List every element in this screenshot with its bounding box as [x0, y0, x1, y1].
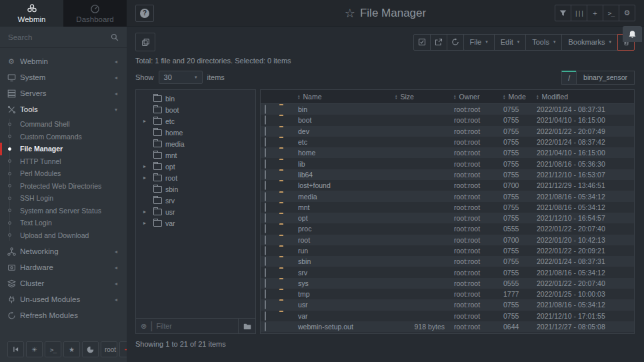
- expand-arrow-icon[interactable]: ▸: [143, 118, 146, 124]
- tree-item-media[interactable]: media: [136, 138, 255, 149]
- sidebar-category-un-used-modules[interactable]: Un-used Modules ◂: [0, 291, 127, 307]
- sidebar-item-http-tunnel[interactable]: HTTP Tunnel: [0, 155, 127, 168]
- expand-arrow-icon[interactable]: ▸: [143, 163, 146, 169]
- cell-name[interactable]: bin: [298, 105, 395, 113]
- expand-arrow-icon[interactable]: ▸: [143, 209, 146, 215]
- cell-name[interactable]: mnt: [298, 203, 395, 211]
- theme-brightness-button[interactable]: ☀: [26, 341, 43, 357]
- row-checkbox[interactable]: [265, 148, 266, 157]
- sidebar-category-tools[interactable]: Tools ▾: [0, 101, 127, 117]
- tree-item-opt[interactable]: ▸ opt: [136, 161, 255, 172]
- favorite-star-icon[interactable]: ☆: [345, 6, 355, 21]
- row-checkbox[interactable]: [265, 311, 266, 321]
- cell-name[interactable]: tmp: [298, 290, 395, 298]
- tree-item-root[interactable]: ▸ root: [136, 172, 255, 183]
- column-header-mode[interactable]: ▴▾ Mode: [503, 93, 537, 101]
- expand-arrow-icon[interactable]: ▸: [143, 175, 146, 181]
- table-row-home[interactable]: home root:root 0755 2021/04/10 - 16:15:0…: [261, 147, 634, 158]
- filter-button[interactable]: [555, 5, 571, 21]
- collapse-sidebar-button[interactable]: [7, 341, 24, 357]
- select-all-button[interactable]: [413, 34, 431, 51]
- cell-name[interactable]: sbin: [298, 257, 395, 265]
- sidebar-item-text-login[interactable]: Text Login: [0, 217, 127, 229]
- row-checkbox[interactable]: [265, 159, 266, 169]
- export-button[interactable]: [430, 34, 447, 51]
- help-button[interactable]: ?: [135, 5, 154, 22]
- table-row-srv[interactable]: srv root:root 0755 2021/08/16 - 05:34:12: [261, 267, 634, 277]
- row-checkbox[interactable]: [265, 268, 266, 277]
- cell-name[interactable]: etc: [298, 138, 395, 146]
- sidebar-category-servers[interactable]: Servers ◂: [0, 85, 127, 101]
- table-row-lib[interactable]: lib root:root 0755 2021/08/16 - 05:36:30: [261, 158, 634, 169]
- cell-name[interactable]: home: [298, 149, 395, 157]
- table-row-root[interactable]: root root:root 0700 2022/01/20 - 10:42:1…: [261, 235, 634, 245]
- row-checkbox[interactable]: [265, 192, 266, 201]
- sidebar-item-custom-commands[interactable]: Custom Commands: [0, 131, 127, 143]
- cell-name[interactable]: opt: [298, 214, 395, 222]
- tree-folder-button[interactable]: [238, 319, 255, 333]
- menu-bookmarks-button[interactable]: Bookmarks▾: [561, 34, 618, 51]
- tree-item-bin[interactable]: bin: [136, 93, 255, 104]
- paste-buffer-button[interactable]: [135, 33, 155, 51]
- row-checkbox[interactable]: [265, 127, 266, 136]
- tree-item-home[interactable]: home: [136, 127, 255, 138]
- cell-name[interactable]: webmin-setup.out: [298, 323, 395, 331]
- cell-name[interactable]: lost+found: [298, 181, 395, 189]
- shell-button[interactable]: >_: [45, 341, 61, 357]
- table-row-sbin[interactable]: sbin root:root 0755 2022/01/24 - 08:37:3…: [261, 256, 634, 267]
- expand-arrow-icon[interactable]: ▸: [143, 220, 146, 226]
- menu-file-button[interactable]: File▾: [463, 34, 495, 51]
- table-row-proc[interactable]: proc root:root 0555 2022/01/22 - 20:07:4…: [261, 223, 634, 234]
- row-checkbox[interactable]: [265, 289, 266, 299]
- tree-item-mnt[interactable]: mnt: [136, 149, 255, 161]
- tree-item-usr[interactable]: ▸ usr: [136, 206, 255, 217]
- cell-name[interactable]: var: [298, 312, 395, 320]
- cell-name[interactable]: lib64: [298, 171, 395, 179]
- row-checkbox[interactable]: [265, 203, 266, 212]
- column-header-owner[interactable]: ▴▾ Owner: [454, 93, 503, 101]
- row-checkbox[interactable]: [265, 181, 266, 190]
- cell-name[interactable]: media: [298, 193, 395, 201]
- cell-name[interactable]: usr: [298, 301, 395, 309]
- tree-filter-input[interactable]: [156, 322, 238, 330]
- table-row-usr[interactable]: usr root:root 0755 2021/08/16 - 05:34:12: [261, 299, 634, 310]
- sidebar-category-webmin[interactable]: ⚙ Webmin ◂: [0, 53, 127, 69]
- row-checkbox[interactable]: [265, 246, 266, 255]
- cell-name[interactable]: sys: [298, 279, 395, 287]
- sidebar-item-protected-web-directories[interactable]: Protected Web Directories: [0, 180, 127, 193]
- tree-item-etc[interactable]: ▸ etc: [136, 115, 255, 127]
- sidebar-category-cluster[interactable]: Cluster ◂: [0, 275, 127, 291]
- cell-name[interactable]: lib: [298, 160, 395, 168]
- breadcrumb-current[interactable]: binary_sensor: [576, 71, 635, 85]
- page-size-select[interactable]: 30 ▾: [159, 71, 203, 84]
- table-row-webmin-setup-out[interactable]: webmin-setup.out 918 bytes root:root 064…: [261, 321, 634, 332]
- row-checkbox[interactable]: [265, 137, 266, 147]
- row-checkbox[interactable]: [265, 257, 266, 266]
- refresh-button[interactable]: [447, 34, 464, 51]
- table-row-lib64[interactable]: lib64 root:root 0755 2021/12/10 - 16:53:…: [261, 169, 634, 180]
- breadcrumb-root[interactable]: /: [561, 71, 577, 85]
- columns-button[interactable]: |||: [571, 5, 587, 21]
- cell-name[interactable]: srv: [298, 269, 395, 277]
- user-button[interactable]: root: [101, 341, 117, 357]
- table-row-var[interactable]: var root:root 0755 2021/12/10 - 17:01:55: [261, 311, 634, 321]
- row-checkbox[interactable]: [265, 224, 266, 233]
- sidebar-category-hardware[interactable]: Hardware ◂: [0, 259, 127, 275]
- favorites-button[interactable]: ★: [63, 341, 80, 357]
- cell-name[interactable]: boot: [298, 116, 395, 124]
- language-theme-button[interactable]: [82, 341, 99, 357]
- table-row-opt[interactable]: opt root:root 0755 2021/12/10 - 16:54:57: [261, 213, 634, 223]
- table-row-run[interactable]: run root:root 0755 2022/01/22 - 20:09:21: [261, 245, 634, 256]
- sidebar-category-system[interactable]: System ◂: [0, 69, 127, 85]
- column-header-name[interactable]: ▴▾ Name: [298, 93, 395, 101]
- row-checkbox[interactable]: [265, 170, 266, 179]
- terminal-button[interactable]: >_: [603, 5, 619, 21]
- menu-edit-button[interactable]: Edit▾: [494, 34, 526, 51]
- cell-name[interactable]: dev: [298, 127, 395, 135]
- settings-button[interactable]: ⚙: [619, 5, 635, 21]
- row-checkbox[interactable]: [265, 105, 266, 114]
- add-button[interactable]: +: [587, 5, 603, 21]
- row-checkbox[interactable]: [265, 300, 266, 309]
- sidebar-category-networking[interactable]: Networking ◂: [0, 243, 127, 259]
- table-row-boot[interactable]: boot root:root 0755 2021/04/10 - 16:15:0…: [261, 115, 634, 125]
